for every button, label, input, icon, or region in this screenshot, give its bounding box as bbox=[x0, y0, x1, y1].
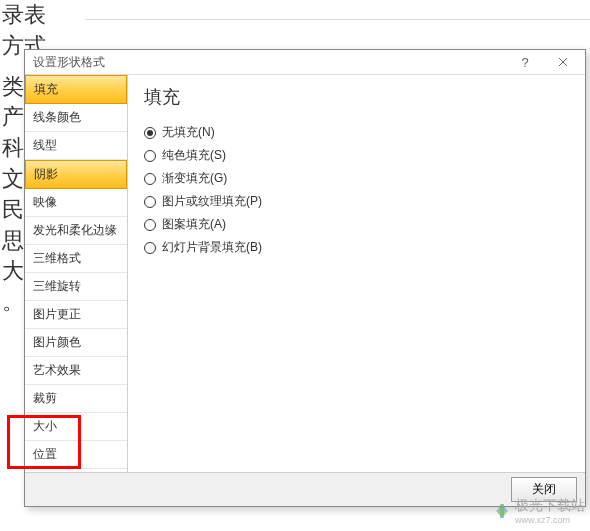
fill-option-5[interactable]: 幻灯片背景填充(B) bbox=[144, 236, 569, 259]
help-button[interactable]: ? bbox=[515, 53, 535, 71]
radio-icon bbox=[144, 242, 156, 254]
radio-label: 无填充(N) bbox=[162, 124, 215, 141]
sidebar-item-7[interactable]: 三维旋转 bbox=[25, 273, 127, 301]
sidebar-item-0[interactable]: 填充 bbox=[25, 75, 127, 104]
sidebar-item-3[interactable]: 阴影 bbox=[25, 160, 127, 189]
dialog-title: 设置形状格式 bbox=[29, 54, 515, 71]
radio-label: 图片或纹理填充(P) bbox=[162, 193, 262, 210]
document-ruler bbox=[85, 0, 590, 20]
radio-label: 幻灯片背景填充(B) bbox=[162, 239, 262, 256]
sidebar-item-10[interactable]: 艺术效果 bbox=[25, 357, 127, 385]
radio-label: 纯色填充(S) bbox=[162, 147, 226, 164]
fill-option-4[interactable]: 图案填充(A) bbox=[144, 213, 569, 236]
fill-option-1[interactable]: 纯色填充(S) bbox=[144, 144, 569, 167]
format-shape-dialog: 设置形状格式 ? 填充线条颜色线型阴影映像发光和柔化边缘三维格式三维旋转图片更正… bbox=[24, 49, 586, 507]
sidebar-item-4[interactable]: 映像 bbox=[25, 189, 127, 217]
sidebar-item-2[interactable]: 线型 bbox=[25, 132, 127, 160]
sidebar-item-8[interactable]: 图片更正 bbox=[25, 301, 127, 329]
radio-label: 渐变填充(G) bbox=[162, 170, 227, 187]
fill-options: 无填充(N)纯色填充(S)渐变填充(G)图片或纹理填充(P)图案填充(A)幻灯片… bbox=[144, 121, 569, 259]
radio-icon bbox=[144, 173, 156, 185]
sidebar-item-13[interactable]: 位置 bbox=[25, 441, 127, 469]
radio-icon bbox=[144, 196, 156, 208]
category-sidebar: 填充线条颜色线型阴影映像发光和柔化边缘三维格式三维旋转图片更正图片颜色艺术效果裁… bbox=[25, 75, 128, 472]
panel-heading: 填充 bbox=[144, 85, 569, 109]
fill-option-0[interactable]: 无填充(N) bbox=[144, 121, 569, 144]
watermark-logo-icon bbox=[493, 502, 511, 520]
watermark-text: 极光下载站 bbox=[515, 497, 585, 515]
dialog-title-bar: 设置形状格式 ? bbox=[25, 50, 585, 74]
watermark-url: www.xz7.com bbox=[515, 515, 585, 525]
sidebar-item-9[interactable]: 图片颜色 bbox=[25, 329, 127, 357]
dialog-body: 填充线条颜色线型阴影映像发光和柔化边缘三维格式三维旋转图片更正图片颜色艺术效果裁… bbox=[25, 74, 585, 472]
sidebar-item-11[interactable]: 裁剪 bbox=[25, 385, 127, 413]
radio-icon bbox=[144, 219, 156, 231]
radio-label: 图案填充(A) bbox=[162, 216, 226, 233]
fill-panel: 填充 无填充(N)纯色填充(S)渐变填充(G)图片或纹理填充(P)图案填充(A)… bbox=[128, 75, 585, 472]
sidebar-item-6[interactable]: 三维格式 bbox=[25, 245, 127, 273]
fill-option-2[interactable]: 渐变填充(G) bbox=[144, 167, 569, 190]
sidebar-item-12[interactable]: 大小 bbox=[25, 413, 127, 441]
radio-icon bbox=[144, 127, 156, 139]
close-icon[interactable] bbox=[553, 53, 573, 71]
sidebar-item-1[interactable]: 线条颜色 bbox=[25, 104, 127, 132]
watermark: 极光下载站 www.xz7.com bbox=[493, 497, 585, 525]
radio-icon bbox=[144, 150, 156, 162]
sidebar-item-5[interactable]: 发光和柔化边缘 bbox=[25, 217, 127, 245]
fill-option-3[interactable]: 图片或纹理填充(P) bbox=[144, 190, 569, 213]
